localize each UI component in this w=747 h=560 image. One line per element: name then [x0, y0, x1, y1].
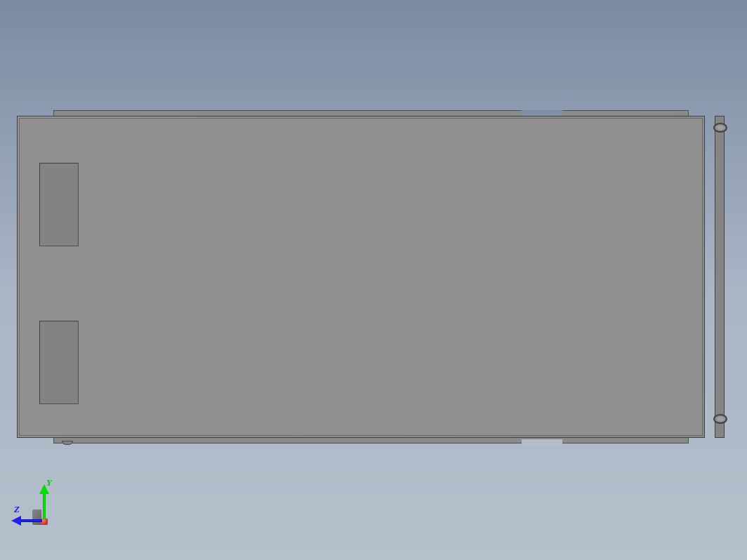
y-axis-label: Y [46, 477, 52, 488]
eyelet-ring-top[interactable] [713, 123, 727, 133]
z-axis-label: Z [14, 504, 20, 515]
rectangular-cutout-upper[interactable] [39, 163, 79, 246]
rectangular-cutout-lower[interactable] [39, 321, 79, 404]
z-axis-line [20, 519, 42, 522]
bottom-tab[interactable] [62, 441, 73, 445]
right-side-bracket[interactable] [715, 116, 725, 438]
y-axis-line [43, 493, 46, 519]
z-axis-arrow-icon [11, 516, 21, 526]
panel-face[interactable] [19, 118, 703, 436]
eyelet-ring-bottom[interactable] [713, 414, 727, 424]
front-panel-part[interactable] [17, 116, 705, 438]
model-assembly[interactable] [17, 110, 725, 444]
back-plate-notch-bottom [522, 439, 562, 445]
view-orientation-triad[interactable]: Y Z [18, 479, 74, 535]
back-plate-notch-top [522, 110, 562, 116]
cad-3d-viewport[interactable]: Y Z [0, 0, 747, 560]
